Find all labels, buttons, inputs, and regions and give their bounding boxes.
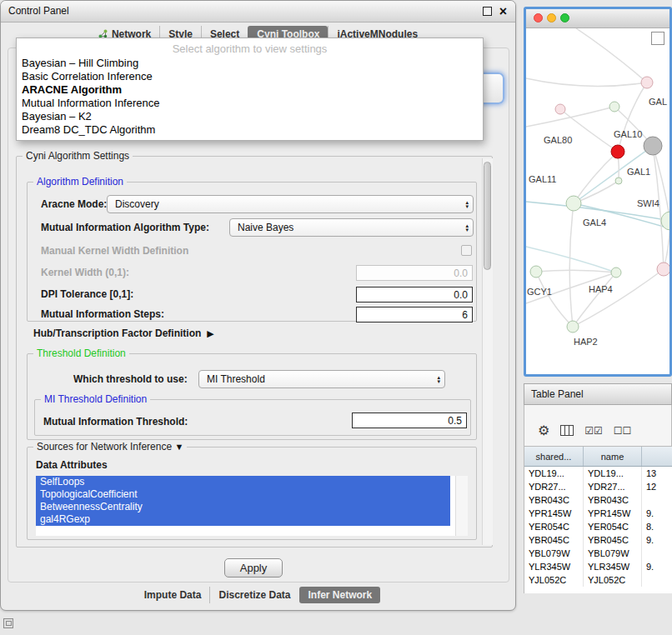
tab-infer-network[interactable]: Infer Network	[299, 587, 381, 603]
close-traffic-light[interactable]	[534, 13, 543, 22]
which-threshold-label: Which threshold to use:	[73, 373, 188, 385]
tab-label: Discretize Data	[218, 589, 290, 601]
algorithm-dropdown-popup: Select algorithm to view settings Bayesi…	[16, 38, 484, 141]
attribute-item-selected[interactable]: SelfLoops	[36, 476, 450, 488]
aracne-mode-select[interactable]: Discovery ▴▾	[107, 195, 474, 213]
network-node[interactable]	[641, 77, 653, 88]
mi-steps-label: Mutual Information Steps:	[41, 308, 164, 320]
attribute-list-scrollbar[interactable]	[455, 476, 468, 536]
network-node[interactable]	[661, 212, 669, 230]
kernel-width-label: Kernel Width (0,1):	[41, 267, 129, 278]
dropdown-placeholder: Select algorithm to view settings	[17, 41, 483, 57]
kernel-width-field[interactable]	[356, 265, 473, 281]
tab-label: Impute Data	[144, 589, 202, 601]
table-row[interactable]: YDR27... YDR27... 12	[524, 480, 672, 493]
data-attributes-list[interactable]: SelfLoops TopologicalCoefficient Between…	[36, 476, 468, 536]
table-panel-toolbar: ⚙ ☑☑ ☐☐	[524, 405, 672, 447]
table-panel-titlebar: Table Panel	[524, 383, 672, 405]
mi-threshold-field[interactable]	[352, 412, 467, 428]
minimize-traffic-light[interactable]	[547, 13, 556, 22]
node-label: GAL10	[614, 129, 642, 139]
table-row[interactable]: YJL052C YJL052C	[524, 573, 672, 587]
cyni-algorithm-settings-group: Cyni Algorithm Settings Algorithm Defini…	[16, 156, 493, 548]
network-node[interactable]	[555, 104, 565, 114]
zoom-traffic-light[interactable]	[560, 13, 569, 22]
node-label: GCY1	[527, 287, 552, 297]
table-row[interactable]: YPR145W YPR145W 9.	[524, 507, 672, 520]
algorithm-option[interactable]: Dream8 DC_TDC Algorithm	[17, 123, 483, 137]
mi-type-select[interactable]: Naive Bayes ▴▾	[229, 218, 474, 237]
table-panel-title: Table Panel	[531, 384, 584, 404]
table-row[interactable]: YBR043C YBR043C	[524, 493, 672, 507]
algorithm-option[interactable]: Bayesian – K2	[17, 110, 483, 123]
network-window-titlebar	[526, 9, 669, 28]
hub-definition-label: Hub/Transcription Factor Definition	[33, 328, 201, 339]
tab-label: Infer Network	[308, 589, 373, 601]
which-threshold-select[interactable]: MI Threshold ▴▾	[198, 370, 445, 388]
dpi-tolerance-field[interactable]	[356, 287, 473, 302]
mi-threshold-definition-title: MI Threshold Definition	[41, 393, 150, 405]
float-window-button[interactable]	[483, 7, 492, 16]
column-header-shared-name[interactable]: shared...	[524, 447, 584, 466]
algorithm-option[interactable]: Basic Correlation Inference	[17, 70, 483, 83]
sources-group: Sources for Network Inference ▼ Data Att…	[27, 447, 477, 540]
overview-box[interactable]	[651, 32, 664, 45]
node-label: GAL11	[529, 174, 556, 184]
sources-group-title[interactable]: Sources for Network Inference ▼	[33, 441, 187, 452]
attribute-item-selected[interactable]: TopologicalCoefficient	[36, 488, 450, 501]
network-view-window: GAL GAL80 GAL10 GAL11 GAL1 SWI4 GAL4 GCY…	[524, 7, 672, 377]
combo-arrows-icon: ▴▾	[437, 375, 440, 383]
deselect-all-icon[interactable]: ☐☐	[614, 425, 632, 437]
network-node[interactable]	[657, 262, 669, 276]
hub-definition-section[interactable]: Hub/Transcription Factor Definition ▶	[33, 328, 214, 339]
scrollbar-thumb[interactable]	[484, 162, 491, 270]
algorithm-definition-group: Algorithm Definition Aracne Mode: Discov…	[27, 182, 477, 322]
aracne-mode-label: Aracne Mode:	[41, 198, 107, 210]
column-header-partial[interactable]	[642, 447, 672, 466]
close-window-button[interactable]: ×	[499, 6, 507, 18]
window-title: Control Panel	[8, 1, 69, 22]
apply-button[interactable]: Apply	[224, 558, 283, 578]
window-controls: ×	[483, 1, 507, 22]
panel-grip-icon[interactable]	[3, 618, 13, 628]
network-node-highlighted[interactable]	[611, 145, 624, 158]
table-row[interactable]: YBL079W YBL079W	[524, 547, 672, 560]
network-node[interactable]	[615, 178, 622, 184]
mi-steps-field[interactable]	[356, 307, 473, 322]
select-all-icon[interactable]: ☑☑	[584, 425, 603, 437]
table-row[interactable]: YER054C YER054C 8.	[524, 520, 672, 533]
network-canvas[interactable]: GAL GAL80 GAL10 GAL11 GAL1 SWI4 GAL4 GCY…	[526, 28, 669, 375]
network-node[interactable]	[530, 266, 542, 278]
network-node[interactable]	[609, 102, 619, 112]
mi-type-label: Mutual Information Algorithm Type:	[41, 222, 209, 233]
attribute-item-selected[interactable]: BetweennessCentrality	[36, 501, 450, 513]
node-label: GAL	[649, 97, 667, 107]
table-row[interactable]: YDL19... YDL19... 13	[524, 467, 672, 480]
settings-scrollbar[interactable]	[482, 158, 493, 545]
expand-right-icon[interactable]: ▶	[207, 328, 213, 339]
network-node[interactable]	[567, 321, 579, 332]
combo-arrows-icon: ▴▾	[465, 223, 469, 232]
manual-kernel-label: Manual Kernel Width Definition	[41, 245, 188, 257]
dpi-tolerance-label: DPI Tolerance [0,1]:	[41, 288, 133, 300]
column-header-name[interactable]: name	[584, 447, 642, 466]
attribute-item-selected[interactable]: gal4RGexp	[36, 513, 450, 526]
manual-kernel-checkbox[interactable]	[461, 245, 472, 256]
collapse-down-icon[interactable]: ▼	[174, 442, 183, 452]
network-graph: GAL GAL80 GAL10 GAL11 GAL1 SWI4 GAL4 GCY…	[526, 28, 669, 375]
algorithm-option-selected[interactable]: ARACNE Algorithm	[17, 83, 483, 97]
network-node[interactable]	[566, 196, 581, 211]
gear-icon[interactable]: ⚙	[538, 424, 549, 438]
node-label: SWI4	[637, 198, 659, 208]
network-node[interactable]	[611, 268, 621, 278]
node-table: shared... name YDL19... YDL19... 13 YDR2…	[524, 447, 672, 593]
algorithm-option[interactable]: Bayesian – Hill Climbing	[17, 57, 483, 70]
algorithm-option[interactable]: Mutual Information Inference	[17, 97, 483, 110]
tab-impute-data[interactable]: Impute Data	[136, 587, 210, 603]
table-row[interactable]: YLR345W YLR345W 9.	[524, 560, 672, 573]
network-node[interactable]	[644, 137, 662, 155]
columns-icon[interactable]	[560, 425, 574, 436]
table-row[interactable]: YBR045C YBR045C 9.	[524, 533, 672, 547]
table-header: shared... name	[524, 447, 672, 467]
tab-discretize-data[interactable]: Discretize Data	[209, 587, 298, 603]
